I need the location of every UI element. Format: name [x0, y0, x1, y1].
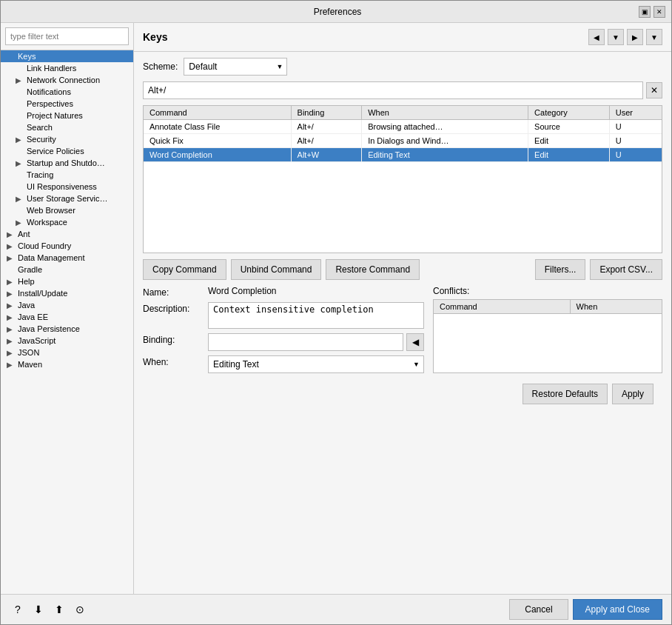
filters-button[interactable]: Filters... — [535, 259, 586, 280]
sidebar-item-data-management[interactable]: ▶Data Management — [1, 252, 133, 264]
sidebar-item-label: Java Persistence — [18, 324, 80, 333]
sidebar-item-project-natures[interactable]: Project Natures — [1, 110, 133, 121]
sidebar-item-notifications[interactable]: Notifications — [1, 86, 133, 98]
filter-input[interactable]: Alt+/ — [143, 81, 643, 99]
import-icon[interactable]: ⬇ — [30, 601, 47, 618]
sidebar-item-ant[interactable]: ▶Ant — [1, 228, 133, 240]
unbind-command-button[interactable]: Unbind Command — [231, 259, 322, 280]
export-csv-button[interactable]: Export CSV... — [590, 259, 662, 280]
scheme-row: Scheme: DefaultEmacsMac OS X — [143, 58, 662, 76]
sidebar-item-label: Keys — [18, 52, 36, 61]
sidebar-item-java-persistence[interactable]: ▶Java Persistence — [1, 323, 133, 335]
sidebar-item-network-connection[interactable]: ▶Network Connection — [1, 74, 133, 86]
sidebar-item-label: Search — [27, 123, 53, 132]
sidebar-item-java[interactable]: ▶Java — [1, 299, 133, 311]
sidebar-item-cloud-foundry[interactable]: ▶Cloud Foundry — [1, 240, 133, 252]
sidebar-item-label: Service Policies — [27, 147, 84, 156]
sidebar-item-user-storage[interactable]: ▶User Storage Servic… — [1, 193, 133, 204]
binding-clear-button[interactable]: ◀ — [406, 333, 424, 351]
scheme-label: Scheme: — [143, 61, 178, 72]
expand-icon: ▶ — [16, 136, 24, 144]
action-buttons: Copy Command Unbind Command Restore Comm… — [143, 259, 662, 280]
sidebar-item-label: Web Browser — [27, 206, 75, 215]
expand-icon: ▶ — [7, 278, 16, 286]
details-section: Name: Word Completion Description: Conte… — [143, 286, 662, 373]
sidebar-item-perspectives[interactable]: Perspectives — [1, 98, 133, 110]
name-row: Name: Word Completion — [143, 286, 424, 298]
cancel-button[interactable]: Cancel — [509, 599, 568, 620]
sidebar-item-label: User Storage Servic… — [27, 194, 107, 203]
sidebar-item-link-handlers[interactable]: Link Handlers — [1, 62, 133, 74]
filter-clear-button[interactable]: ✕ — [646, 82, 662, 98]
description-input[interactable]: Context insensitive completion — [208, 302, 424, 329]
right-panel: Keys ◀ ▼ ▶ ▼ Scheme: DefaultEmacsMac OS … — [134, 23, 671, 594]
preferences-icon[interactable]: ⊙ — [72, 601, 88, 618]
export-icon[interactable]: ⬆ — [51, 601, 67, 618]
sidebar-item-help[interactable]: ▶Help — [1, 275, 133, 287]
sidebar: Keys Link Handlers▶Network Connection No… — [1, 23, 134, 594]
conflicts-table-header: Command — [434, 300, 570, 314]
sidebar-item-javascript[interactable]: ▶JavaScript — [1, 335, 133, 347]
nav-forward-dropdown[interactable]: ▼ — [646, 29, 662, 45]
table-row[interactable]: Quick FixAlt+/In Dialogs and Wind…EditU — [144, 134, 662, 148]
minimize-button[interactable]: ▣ — [639, 6, 651, 18]
footer: ? ⬇ ⬆ ⊙ Cancel Apply and Close — [1, 594, 671, 624]
sidebar-item-label: Maven — [18, 360, 42, 369]
keys-table-header: User — [609, 106, 662, 120]
sidebar-item-label: Notifications — [27, 87, 71, 96]
panel-header-icons: ◀ ▼ ▶ ▼ — [588, 29, 662, 45]
sidebar-item-search[interactable]: Search — [1, 121, 133, 133]
copy-command-button[interactable]: Copy Command — [143, 259, 226, 280]
sidebar-item-ui-responsiveness[interactable]: UI Responsiveness — [1, 181, 133, 193]
nav-back-dropdown[interactable]: ▼ — [608, 29, 624, 45]
expand-icon: ▶ — [16, 195, 24, 203]
conflicts-table: CommandWhen — [434, 300, 662, 314]
expand-icon: ▶ — [16, 76, 24, 84]
sidebar-item-label: Ant — [18, 230, 30, 238]
search-input[interactable] — [5, 27, 129, 45]
panel-header: Keys ◀ ▼ ▶ ▼ — [134, 23, 671, 52]
restore-defaults-button[interactable]: Restore Defaults — [523, 384, 608, 404]
preferences-window: Preferences ▣ ✕ Keys Link Handlers▶Netwo… — [0, 0, 672, 625]
sidebar-item-label: Startup and Shutdo… — [27, 158, 105, 167]
apply-close-button[interactable]: Apply and Close — [573, 599, 662, 620]
help-icon[interactable]: ? — [10, 601, 26, 618]
expand-icon: ▶ — [7, 242, 16, 250]
sidebar-item-label: Gradle — [18, 265, 42, 274]
sidebar-item-service-policies[interactable]: Service Policies — [1, 145, 133, 157]
apply-button[interactable]: Apply — [612, 384, 653, 404]
sidebar-tree: Keys Link Handlers▶Network Connection No… — [1, 50, 133, 594]
close-button[interactable]: ✕ — [653, 6, 665, 18]
nav-back-button[interactable]: ◀ — [588, 29, 605, 45]
sidebar-item-install-update[interactable]: ▶Install/Update — [1, 287, 133, 299]
keys-table-header: Binding — [291, 106, 362, 120]
panel-title: Keys — [143, 31, 167, 43]
sidebar-item-web-browser[interactable]: Web Browser — [1, 204, 133, 216]
description-row: Description: Context insensitive complet… — [143, 302, 424, 329]
sidebar-item-keys[interactable]: Keys — [1, 50, 133, 62]
when-select[interactable]: Editing TextIn WindowsIn DialogsAlways — [208, 355, 424, 373]
sidebar-item-gradle[interactable]: Gradle — [1, 264, 133, 275]
sidebar-item-security[interactable]: ▶Security — [1, 133, 133, 145]
expand-icon: ▶ — [7, 349, 16, 357]
when-row: When: Editing TextIn WindowsIn DialogsAl… — [143, 355, 424, 373]
details-left: Name: Word Completion Description: Conte… — [143, 286, 424, 373]
sidebar-item-java-ee[interactable]: ▶Java EE — [1, 311, 133, 323]
expand-icon: ▶ — [7, 290, 16, 298]
binding-input[interactable]: Alt+W Alt+ — [208, 333, 403, 351]
table-row[interactable]: Word CompletionAlt+WEditing TextEditU — [144, 148, 662, 162]
sidebar-item-maven[interactable]: ▶Maven — [1, 358, 133, 370]
scheme-select[interactable]: DefaultEmacsMac OS X — [184, 58, 287, 76]
binding-label: Binding: — [143, 333, 202, 345]
keys-table-header: Command — [144, 106, 291, 120]
sidebar-item-tracing[interactable]: Tracing — [1, 169, 133, 181]
restore-command-button[interactable]: Restore Command — [326, 259, 420, 280]
sidebar-item-startup-shutdown[interactable]: ▶Startup and Shutdo… — [1, 157, 133, 169]
sidebar-item-label: Tracing — [27, 170, 53, 179]
table-row[interactable]: Annotate Class FileAlt+/Browsing attache… — [144, 120, 662, 134]
conflicts-table-header: When — [570, 300, 662, 314]
sidebar-item-workspace[interactable]: ▶Workspace — [1, 216, 133, 228]
sidebar-item-label: Security — [27, 135, 56, 144]
sidebar-item-json[interactable]: ▶JSON — [1, 347, 133, 358]
nav-forward-button[interactable]: ▶ — [627, 29, 643, 45]
